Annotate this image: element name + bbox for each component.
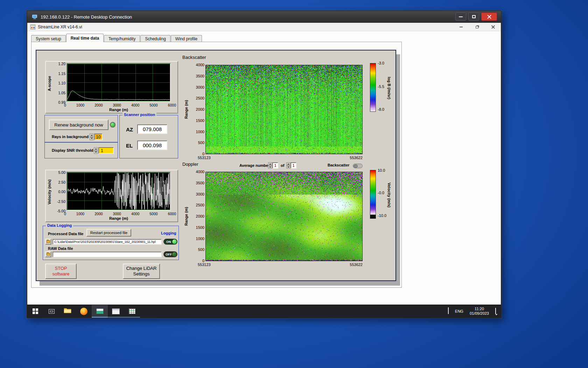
toggle-knob-icon <box>172 252 177 257</box>
tray-clock[interactable]: 11:20 01/09/2023 <box>470 307 489 316</box>
spinner-up-icon[interactable] <box>268 162 272 165</box>
tick-label: 0 <box>64 103 66 107</box>
rdp-close-button[interactable] <box>481 13 497 21</box>
spinner-down-icon[interactable] <box>94 151 98 154</box>
backscatter-x-start-label: 553123 <box>198 156 211 160</box>
spreadsheet-icon <box>129 308 135 314</box>
processed-logging-toggle[interactable]: ON <box>163 239 177 245</box>
rays-value-field[interactable]: 10 <box>94 134 103 140</box>
tab-page: A-scope 1.201.151.101.050.99 01000200030… <box>31 42 402 288</box>
toggle-knob-icon <box>172 239 177 244</box>
tick-label: 3000 <box>113 212 121 216</box>
notification-center-button[interactable] <box>495 308 496 314</box>
tick-label: 1500 <box>196 118 204 123</box>
velocity-canvas <box>67 172 170 210</box>
taskbar-streamline-app[interactable] <box>92 305 108 318</box>
change-lidar-settings-button[interactable]: Change LiDAR Settings <box>123 264 160 279</box>
of-count-spinner[interactable] <box>286 162 290 169</box>
raw-path-browse-button[interactable] <box>45 251 51 257</box>
spinner-up-icon[interactable] <box>94 147 98 151</box>
chevron-up-icon <box>448 307 449 314</box>
scanner-position-title: Scanner position <box>122 113 156 117</box>
tick-label: 1000 <box>196 130 204 134</box>
backscatter-colorbar <box>370 63 376 112</box>
windows-logo-icon <box>33 308 38 314</box>
taskbar-file-explorer[interactable] <box>59 305 76 318</box>
tick-label: 2000 <box>94 212 103 216</box>
taskbar-scan-scheduler[interactable] <box>108 305 124 318</box>
tray-show-hidden-icons-button[interactable] <box>448 308 449 314</box>
rdp-minimize-button[interactable] <box>455 13 466 21</box>
tick-label: 3000 <box>196 192 204 196</box>
firefox-icon <box>80 308 88 315</box>
snr-spinner[interactable] <box>94 147 98 154</box>
taskbar: ENG 11:20 01/09/2023 <box>27 305 501 318</box>
tab-wind-profile[interactable]: Wind profile <box>171 35 202 42</box>
system-tray: ENG 11:20 01/09/2023 <box>448 305 501 318</box>
ascope-x-axis-label: Range (m) <box>66 108 171 112</box>
change-button-line1: Change LiDAR <box>126 266 157 271</box>
scan-scheduler-window-icon <box>112 308 120 314</box>
tick-label: 5000 <box>149 212 158 216</box>
velocity-chart: Velocity (m/s) 5.002.500.00-2.50-5.00 01… <box>45 170 178 222</box>
backscatter-heatmap <box>205 65 363 154</box>
tick-label: 1.05 <box>58 91 65 95</box>
of-count-field[interactable]: 1 <box>290 162 296 169</box>
spinner-down-icon[interactable] <box>268 165 272 169</box>
rdp-maximize-button[interactable] <box>468 13 479 21</box>
app-close-button[interactable] <box>490 25 496 29</box>
rays-spinner[interactable] <box>90 134 93 140</box>
tick-label: 1.10 <box>58 81 65 85</box>
doppler-heatmap <box>205 172 363 261</box>
maximize-icon <box>472 15 476 18</box>
close-icon <box>487 15 491 19</box>
tick-label: 2.50 <box>58 180 65 184</box>
raw-logging-toggle[interactable]: OFF <box>163 251 177 257</box>
app-restore-button[interactable] <box>474 25 480 29</box>
raw-path-field[interactable] <box>52 252 162 257</box>
tab-real-time-data[interactable]: Real time data <box>66 34 104 42</box>
az-label: AZ <box>126 127 133 132</box>
tick-label: 4000 <box>196 170 204 174</box>
doppler-colorbar <box>370 170 376 219</box>
stop-software-button[interactable]: STOP software <box>45 264 77 279</box>
spinner-down-icon[interactable] <box>286 165 290 169</box>
average-number-spinner[interactable] <box>268 162 272 169</box>
app-titlebar: StreamLine XR v14-6.vi <box>27 23 501 31</box>
renew-background-button[interactable]: Renew background now <box>49 120 108 130</box>
start-button[interactable] <box>27 305 43 318</box>
tab-scheduling[interactable]: Scheduling <box>140 35 170 42</box>
velocity-y-ticks: 5.002.500.00-2.50-5.00 <box>51 170 65 213</box>
spinner-up-icon[interactable] <box>286 162 290 165</box>
tick-label: 2000 <box>196 214 204 218</box>
of-label: of <box>281 163 284 168</box>
tab-temp-humidity[interactable]: Temp/humidity <box>104 35 140 42</box>
toggle-knob-icon <box>354 164 358 168</box>
average-number-field[interactable]: 1 <box>272 162 278 169</box>
spinner-down-icon[interactable] <box>90 137 93 141</box>
backscatter-display-toggle[interactable] <box>353 164 363 168</box>
processed-path-browse-button[interactable] <box>45 239 51 245</box>
raw-data-file-label: RAW Data file <box>48 246 73 251</box>
processed-path-field[interactable]: C:\Lidar\Data\Proc\2023\202309\20230901\… <box>52 239 162 245</box>
scanner-position-group: Scanner position AZ 079.008 EL 000.098 <box>119 115 178 158</box>
average-number-label: Average number <box>239 163 270 168</box>
el-value-field[interactable]: 000.098 <box>137 141 167 150</box>
toggle-state-label: OFF <box>166 253 172 256</box>
doppler-colorbar-tick: -10.0 <box>378 213 390 218</box>
app-minimize-button[interactable] <box>458 25 464 29</box>
tick-label: 3500 <box>196 74 204 78</box>
taskbar-firefox[interactable] <box>76 305 92 318</box>
folder-icon <box>47 240 50 243</box>
snr-value-field[interactable]: 1 <box>98 147 114 154</box>
toggle-state-label: ON <box>166 240 171 244</box>
desktop: 192.168.0.122 - Remote Desktop Connectio… <box>0 0 588 368</box>
tab-system-setup[interactable]: System setup <box>31 35 66 42</box>
doppler-canvas <box>206 172 362 261</box>
az-value-field[interactable]: 079.008 <box>137 124 167 134</box>
taskbar-spreadsheet-app[interactable] <box>124 305 140 318</box>
restart-processed-file-button[interactable]: Restart processed file <box>86 229 131 237</box>
spinner-up-icon[interactable] <box>90 134 93 137</box>
task-view-button[interactable] <box>43 305 59 318</box>
tray-language-indicator[interactable]: ENG <box>455 309 463 313</box>
